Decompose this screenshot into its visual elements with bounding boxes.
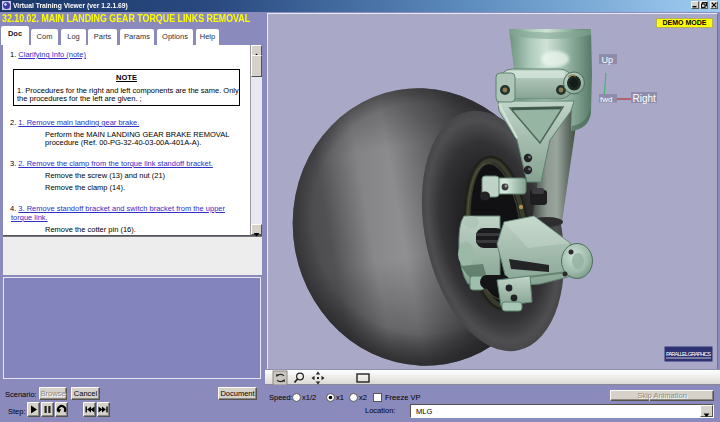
svg-text:PARALLEL GRAPHICS: PARALLEL GRAPHICS [666,351,711,357]
svg-text:fwd: fwd [600,95,612,104]
svg-text:Up: Up [602,55,614,65]
svg-text:Right: Right [633,93,657,104]
